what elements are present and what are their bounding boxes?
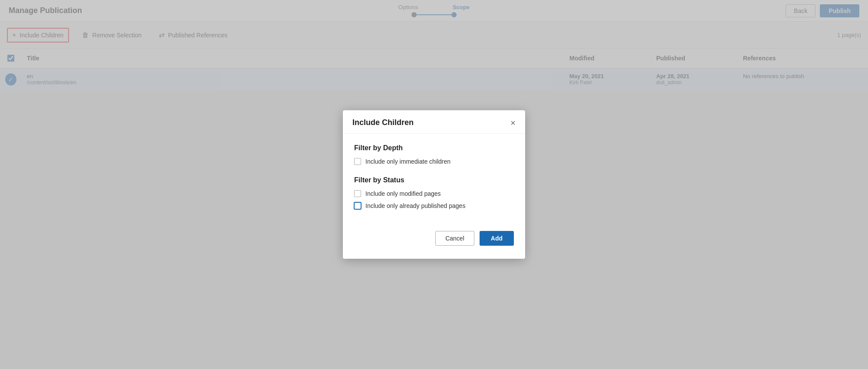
status-option2-label: Include only already published pages <box>365 202 465 209</box>
add-button[interactable]: Add <box>480 231 514 246</box>
depth-checkbox-1[interactable] <box>354 158 361 165</box>
modal-footer: Cancel Add <box>343 231 525 246</box>
include-children-modal: Include Children × Filter by Depth Inclu… <box>343 110 525 259</box>
filter-depth-option1: Include only immediate children <box>354 158 514 165</box>
cancel-button[interactable]: Cancel <box>435 231 474 246</box>
filter-status-title: Filter by Status <box>354 176 514 184</box>
status-checkbox-1[interactable] <box>354 190 361 197</box>
modal-title: Include Children <box>352 118 414 127</box>
modal-header: Include Children × <box>343 110 525 134</box>
filter-status-option2: Include only already published pages <box>354 202 514 209</box>
filter-depth-section: Filter by Depth Include only immediate c… <box>354 144 514 165</box>
filter-depth-title: Filter by Depth <box>354 144 514 152</box>
modal-body: Filter by Depth Include only immediate c… <box>343 134 525 231</box>
modal-close-button[interactable]: × <box>510 119 516 127</box>
status-checkbox-2[interactable] <box>354 202 361 209</box>
filter-status-option1: Include only modified pages <box>354 190 514 197</box>
filter-status-section: Filter by Status Include only modified p… <box>354 176 514 209</box>
status-option1-label: Include only modified pages <box>365 190 441 197</box>
depth-option1-label: Include only immediate children <box>365 158 450 165</box>
